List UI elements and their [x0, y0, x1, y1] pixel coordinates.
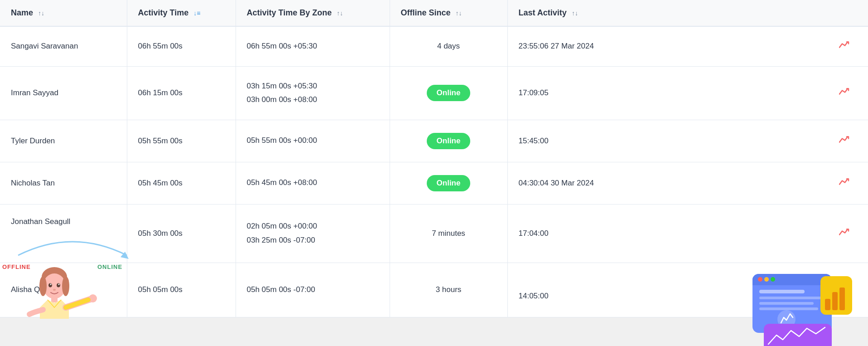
- svg-rect-0: [752, 274, 832, 333]
- cell-name-1: Sangavi Saravanan: [0, 26, 127, 66]
- svg-rect-8: [759, 302, 814, 305]
- column-header-activity-time[interactable]: Activity Time ↓≡: [127, 0, 236, 26]
- column-header-offline-since[interactable]: Offline Since ↑↓: [390, 0, 507, 26]
- column-header-activity-zone[interactable]: Activity Time By Zone ↑↓: [236, 0, 390, 26]
- chart-icon-5[interactable]: [839, 227, 850, 239]
- cell-name-3: Tyler Durden: [0, 120, 127, 162]
- cell-zone-3: 05h 55m 00s +00:00: [236, 120, 390, 162]
- cell-zone-1: 06h 55m 00s +05:30: [236, 26, 390, 66]
- sort-icon-offline: ↑↓: [456, 10, 462, 17]
- online-badge: Online: [427, 175, 471, 191]
- chart-icon-2[interactable]: [839, 87, 850, 99]
- cell-activity-4: 05h 45m 00s: [127, 162, 236, 204]
- svg-rect-9: [759, 307, 818, 310]
- cell-zone-6: 05h 05m 00s -07:00: [236, 263, 390, 317]
- cell-zone-2: 03h 15m 00s +05:3003h 00m 00s +08:00: [236, 66, 390, 120]
- column-header-name[interactable]: Name ↑↓: [0, 0, 127, 26]
- cell-activity-5: 05h 30m 00s: [127, 204, 236, 263]
- cell-name-6: Alisha Qu: [0, 263, 127, 317]
- svg-rect-6: [759, 290, 805, 293]
- cell-zone-5: 02h 05m 00s +00:0003h 25m 00s -07:00: [236, 204, 390, 263]
- cell-offline-4: Online: [390, 162, 507, 204]
- cell-last-activity-1: 23:55:06 27 Mar 2024: [507, 26, 868, 66]
- svg-point-10: [777, 310, 796, 328]
- cell-offline-2: Online: [390, 66, 507, 120]
- svg-rect-15: [764, 324, 832, 346]
- online-badge: Online: [427, 133, 471, 149]
- cell-last-activity-2: 17:09:05: [507, 66, 868, 120]
- sort-icon-last: ↑↓: [572, 10, 578, 17]
- sort-icon-zone: ↑↓: [337, 10, 343, 17]
- svg-point-5: [771, 277, 775, 282]
- cell-last-activity-6: 14:05:00: [507, 263, 868, 317]
- cell-activity-1: 06h 55m 00s: [127, 26, 236, 66]
- svg-rect-1: [752, 274, 832, 285]
- cell-last-activity-3: 15:45:00: [507, 120, 868, 162]
- cell-offline-6: 3 hours: [390, 263, 507, 317]
- table-row: Tyler Durden05h 55m 00s05h 55m 00s +00:0…: [0, 120, 868, 162]
- sort-icon-name: ↑↓: [38, 10, 44, 17]
- table-row: Imran Sayyad06h 15m 00s03h 15m 00s +05:3…: [0, 66, 868, 120]
- chart-icon-6[interactable]: [839, 284, 850, 296]
- cell-offline-5: 7 minutes: [390, 204, 507, 263]
- svg-rect-13: [832, 292, 838, 310]
- sort-icon-activity: ↓≡: [193, 10, 200, 17]
- chart-icon-1[interactable]: [839, 40, 850, 53]
- svg-rect-2: [752, 280, 832, 285]
- svg-rect-12: [825, 299, 830, 310]
- table-row: Jonathan Seagull05h 30m 00s02h 05m 00s +…: [0, 204, 868, 263]
- cell-name-5: Jonathan Seagull: [0, 204, 127, 263]
- svg-point-3: [758, 277, 762, 282]
- cell-activity-6: 05h 05m 00s: [127, 263, 236, 317]
- svg-rect-7: [759, 297, 823, 299]
- table-row: Nicholas Tan05h 45m 00s05h 45m 00s +08:0…: [0, 162, 868, 204]
- svg-point-4: [764, 277, 769, 282]
- cell-activity-2: 06h 15m 00s: [127, 66, 236, 120]
- cell-last-activity-5: 17:04:00: [507, 204, 868, 263]
- cell-offline-1: 4 days: [390, 26, 507, 66]
- chart-icon-4[interactable]: [839, 177, 850, 189]
- cell-name-2: Imran Sayyad: [0, 66, 127, 120]
- cell-activity-3: 05h 55m 00s: [127, 120, 236, 162]
- table-row: Sangavi Saravanan06h 55m 00s06h 55m 00s …: [0, 26, 868, 66]
- cell-name-4: Nicholas Tan: [0, 162, 127, 204]
- online-badge: Online: [427, 85, 471, 101]
- chart-icon-3[interactable]: [839, 135, 850, 147]
- cell-zone-4: 05h 45m 00s +08:00: [236, 162, 390, 204]
- table-row: Alisha Qu05h 05m 00s05h 05m 00s -07:003 …: [0, 263, 868, 317]
- cell-last-activity-4: 04:30:04 30 Mar 2024: [507, 162, 868, 204]
- column-header-last-activity[interactable]: Last Activity ↑↓: [507, 0, 868, 26]
- cell-offline-3: Online: [390, 120, 507, 162]
